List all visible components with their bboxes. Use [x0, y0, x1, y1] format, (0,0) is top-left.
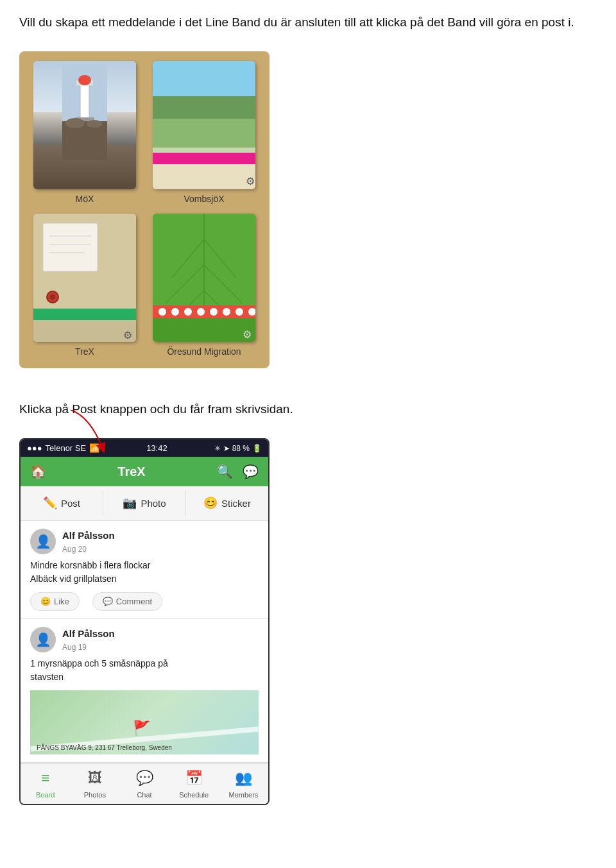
home-icon[interactable]: 🏠: [30, 462, 46, 481]
tab-chat[interactable]: 💬 Chat: [119, 763, 169, 804]
nav-bar: 🏠 TreX 🔍 💬: [21, 457, 268, 486]
post-button[interactable]: ✏️ Post: [21, 491, 103, 515]
avatar-1: 👤: [30, 529, 56, 554]
sticker-icon: 😊: [203, 495, 218, 512]
band-item-trex[interactable]: ⚙ TreX: [29, 214, 141, 359]
svg-point-39: [223, 308, 230, 316]
sticker-label: Sticker: [221, 497, 251, 511]
post-icon: ✏️: [43, 495, 57, 512]
nav-title: TreX: [117, 462, 145, 481]
post-content-2: 1 myrsnäppa och 5 småsnäppa på stavsten: [30, 657, 259, 684]
click-instruction: Klicka på Post knappen och du får fram s…: [19, 400, 293, 419]
svg-rect-13: [153, 164, 255, 189]
svg-point-36: [184, 308, 192, 316]
status-bar: ●●● Telenor SE 📶 13:42 ✳ ➤ 88 % 🔋: [21, 439, 268, 457]
svg-rect-8: [153, 61, 255, 96]
svg-point-7: [87, 120, 102, 128]
carrier-name: Telenor SE: [46, 442, 87, 455]
band-grid-container: MöX ⚙ VombsjöX: [19, 51, 270, 368]
phone-mockup: ●●● Telenor SE 📶 13:42 ✳ ➤ 88 % 🔋 🏠 TreX…: [19, 438, 270, 806]
battery-level: 88 %: [232, 443, 250, 454]
battery-icon: 🔋: [252, 443, 262, 454]
post-label: Post: [61, 497, 80, 511]
svg-rect-22: [33, 309, 136, 320]
svg-point-34: [158, 308, 166, 316]
svg-text:⚙: ⚙: [246, 176, 255, 187]
action-bar: ✏️ Post 📷 Photo 😊 Sticker: [21, 486, 268, 521]
tab-members[interactable]: 👥 Members: [219, 763, 268, 804]
comment-icon-1: 💬: [103, 595, 113, 608]
photos-label: Photos: [84, 790, 106, 801]
svg-point-40: [235, 308, 243, 316]
chat-label: Chat: [137, 790, 151, 801]
map-area: 🚩 PÅNGS BYAVÄG 9, 231 67 Trelleborg, Swe…: [30, 690, 259, 754]
svg-point-3: [78, 75, 91, 85]
comment-label-1: Comment: [116, 595, 152, 608]
tab-bar: ≡ Board 🖼 Photos 💬 Chat 📅 Schedule 👥 Mem…: [21, 763, 268, 804]
post-date-1: Aug 20: [62, 543, 115, 555]
post-author-2: Alf Pålsson: [62, 627, 115, 642]
board-icon: ≡: [41, 767, 49, 788]
like-button-1[interactable]: 😊 Like: [30, 592, 80, 611]
schedule-icon: 📅: [185, 767, 203, 788]
band-label-mox: MöX: [76, 192, 94, 206]
signal-icon: ●●●: [27, 442, 42, 455]
photo-button[interactable]: 📷 Photo: [103, 491, 186, 515]
post-card-2: 👤 Alf Pålsson Aug 19 1 myrsnäppa och 5 s…: [21, 619, 268, 763]
band-label-vombsjox: VombsjöX: [184, 192, 224, 206]
photo-icon: 📷: [123, 495, 137, 512]
post-content-1: Mindre korsnäbb i flera flockar Albäck v…: [30, 559, 259, 586]
svg-point-37: [197, 308, 205, 316]
wifi-icon: 📶: [89, 442, 99, 455]
band-item-mox[interactable]: MöX: [29, 61, 141, 206]
post-author-1: Alf Pålsson: [62, 529, 115, 543]
svg-point-6: [65, 118, 85, 128]
members-label: Members: [228, 790, 258, 801]
band-item-oresund[interactable]: ⚙ Öresund Migration: [148, 214, 260, 359]
svg-point-38: [210, 308, 218, 316]
svg-rect-23: [33, 320, 136, 342]
svg-rect-10: [153, 119, 255, 148]
search-icon[interactable]: 🔍: [217, 462, 233, 481]
tab-photos[interactable]: 🖼 Photos: [70, 763, 119, 804]
svg-point-21: [50, 294, 55, 300]
tab-schedule[interactable]: 📅 Schedule: [169, 763, 219, 804]
svg-rect-12: [153, 153, 255, 164]
brightness-icon: ✳: [214, 443, 221, 454]
like-label-1: Like: [54, 595, 69, 608]
band-label-trex: TreX: [75, 345, 94, 359]
schedule-label: Schedule: [179, 790, 209, 801]
map-address: PÅNGS BYAVÄG 9, 231 67 Trelleborg, Swede…: [37, 743, 172, 753]
like-icon-1: 😊: [40, 595, 51, 608]
sticker-button[interactable]: 😊 Sticker: [186, 491, 268, 515]
svg-rect-1: [80, 83, 89, 119]
chat-nav-icon[interactable]: 💬: [243, 462, 259, 481]
svg-rect-42: [153, 318, 255, 342]
photos-icon: 🖼: [88, 767, 102, 788]
board-label: Board: [36, 790, 55, 801]
tab-board[interactable]: ≡ Board: [21, 763, 70, 804]
members-icon: 👥: [235, 767, 252, 788]
comment-button-1[interactable]: 💬 Comment: [92, 592, 162, 611]
svg-point-35: [171, 308, 179, 316]
post-date-2: Aug 19: [62, 642, 115, 653]
clock: 13:42: [146, 442, 167, 455]
chat-icon: 💬: [136, 767, 153, 788]
svg-text:⚙: ⚙: [243, 329, 252, 340]
gps-icon: ➤: [223, 443, 230, 454]
avatar-2: 👤: [30, 627, 56, 652]
band-item-vombsjox[interactable]: ⚙ VombsjöX: [148, 61, 260, 206]
svg-text:⚙: ⚙: [123, 330, 132, 341]
post-card-1: 👤 Alf Pålsson Aug 20 Mindre korsnäbb i f…: [21, 521, 268, 619]
photo-label: Photo: [141, 497, 166, 511]
map-flag-icon: 🚩: [133, 717, 150, 738]
band-label-oresund: Öresund Migration: [167, 345, 241, 359]
intro-text: Vill du skapa ett meddelande i det Line …: [19, 13, 597, 32]
svg-rect-16: [43, 223, 98, 271]
